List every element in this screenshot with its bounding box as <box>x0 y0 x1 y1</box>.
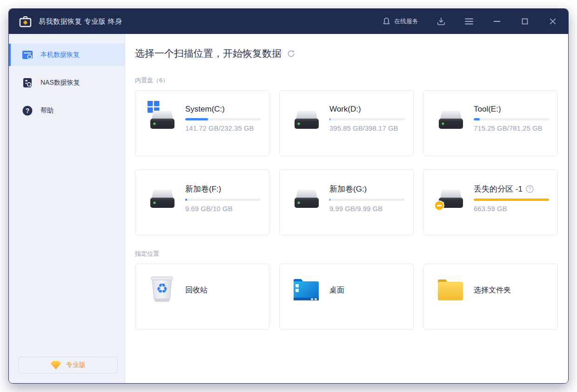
hard-drive-icon <box>149 110 175 130</box>
location-label: 桌面 <box>329 286 344 295</box>
close-icon <box>549 18 557 25</box>
drive-card[interactable]: System(C:) 141.72 GB/232.35 GB <box>135 90 269 156</box>
app-title: 易我数据恢复 专业版 终身 <box>39 17 122 26</box>
drive-capacity: 9.99 GB/9.99 GB <box>329 205 405 213</box>
capacity-bar <box>185 199 261 201</box>
section-internal-drives: 内置盘（6） <box>135 76 558 85</box>
penguin-icon <box>382 17 390 26</box>
capacity-bar-fill <box>474 118 480 120</box>
drive-name: 新加卷(F:) <box>185 184 221 194</box>
drive-name: System(C:) <box>185 105 225 114</box>
maximize-icon <box>521 18 529 25</box>
drive-capacity: 663.59 GB <box>474 205 549 213</box>
drive-capacity: 141.72 GB/232.35 GB <box>185 124 261 132</box>
app-window: 易我数据恢复 专业版 终身 在线服务 <box>8 8 569 384</box>
drive-card[interactable]: 新加卷(G:) 9.99 GB/9.99 GB <box>279 169 414 235</box>
minus-badge-icon <box>434 200 444 211</box>
drive-name: Tool(E:) <box>474 105 501 114</box>
minimize-icon <box>493 18 501 25</box>
location-card-recycle-bin[interactable]: ♻ 回收站 <box>135 264 269 330</box>
capacity-bar <box>329 199 405 201</box>
svg-text:?: ? <box>529 186 531 192</box>
svg-text:?: ? <box>26 107 30 114</box>
app-logo-icon <box>19 16 32 27</box>
sidebar-item-nas-recovery[interactable]: NAS数据恢复 <box>9 72 125 94</box>
svg-text:♻: ♻ <box>156 281 168 296</box>
capacity-bar-fill <box>185 118 208 120</box>
section-specified-locations: 指定位置 <box>135 250 558 258</box>
hard-drive-icon <box>149 189 175 209</box>
question-circle-icon[interactable]: ? <box>526 185 534 193</box>
page-title: 选择一个扫描位置，开始恢复数据 <box>135 47 282 60</box>
drive-card[interactable]: 新加卷(F:) 9.69 GB/10 GB <box>135 169 269 235</box>
refresh-icon <box>287 50 295 58</box>
drive-card[interactable]: Work(D:) 395.85 GB/398.17 GB <box>279 90 414 156</box>
help-circle-icon: ? <box>22 105 33 116</box>
desktop-folder-icon <box>293 279 320 301</box>
location-card-choose-folder[interactable]: 选择文件夹 <box>423 264 558 330</box>
minimize-button[interactable] <box>492 16 502 27</box>
capacity-bar <box>474 199 549 201</box>
download-button[interactable] <box>436 16 446 27</box>
online-service-label: 在线服务 <box>394 17 418 26</box>
nas-recovery-icon <box>22 77 33 88</box>
drive-card[interactable]: Tool(E:) 715.25 GB/781.25 GB <box>423 90 558 156</box>
drive-card[interactable]: 丢失的分区 -1 ? 663.59 GB <box>423 169 558 235</box>
page: 易我数据恢复 专业版 终身 在线服务 <box>0 0 577 392</box>
location-card-desktop[interactable]: 桌面 <box>279 264 414 330</box>
drive-capacity: 9.69 GB/10 GB <box>185 205 261 213</box>
capacity-bar-fill <box>474 199 549 201</box>
locations-grid: ♻ 回收站 <box>135 264 558 330</box>
online-service-button[interactable]: 在线服务 <box>382 17 418 26</box>
drive-name: 新加卷(G:) <box>329 184 367 194</box>
local-recovery-icon <box>22 49 33 60</box>
drive-name: 丢失的分区 -1 <box>474 184 523 194</box>
drive-capacity: 395.85 GB/398.17 GB <box>329 124 405 132</box>
hard-drive-icon <box>294 189 320 209</box>
titlebar: 易我数据恢复 专业版 终身 在线服务 <box>9 9 568 34</box>
menu-icon <box>464 18 474 25</box>
sidebar: 本机数据恢复 NAS数据恢复 ? 帮助 <box>9 34 125 383</box>
capacity-bar <box>474 118 549 120</box>
maximize-button[interactable] <box>520 16 530 27</box>
capacity-bar-fill <box>329 199 330 201</box>
sidebar-item-label: 帮助 <box>40 106 54 115</box>
menu-button[interactable] <box>464 16 474 27</box>
location-label: 选择文件夹 <box>474 286 511 295</box>
choose-folder-icon <box>437 279 464 301</box>
main-content: 选择一个扫描位置，开始恢复数据 内置盘（6） <box>125 34 568 383</box>
drive-name: Work(D:) <box>329 105 361 114</box>
location-label: 回收站 <box>185 286 208 295</box>
sidebar-item-label: 本机数据恢复 <box>40 51 80 59</box>
edition-button-label: 专业版 <box>66 361 86 369</box>
capacity-bar-fill <box>185 199 187 201</box>
hard-drive-icon <box>294 110 320 130</box>
edition-upgrade-button[interactable]: 专业版 <box>18 357 118 373</box>
close-button[interactable] <box>548 16 558 27</box>
diamond-icon <box>50 360 61 370</box>
capacity-bar <box>329 118 405 120</box>
sidebar-item-local-recovery[interactable]: 本机数据恢复 <box>9 44 125 66</box>
hard-drive-icon <box>438 110 464 130</box>
sidebar-item-label: NAS数据恢复 <box>40 79 80 87</box>
capacity-bar <box>185 118 261 120</box>
sidebar-item-help[interactable]: ? 帮助 <box>9 100 125 122</box>
download-icon <box>436 17 446 26</box>
drive-capacity: 715.25 GB/781.25 GB <box>474 124 549 132</box>
capacity-bar-fill <box>329 118 330 120</box>
recycle-bin-icon: ♻ <box>150 276 174 304</box>
internal-drives-grid: System(C:) 141.72 GB/232.35 GB <box>135 90 558 235</box>
refresh-button[interactable] <box>287 49 295 58</box>
